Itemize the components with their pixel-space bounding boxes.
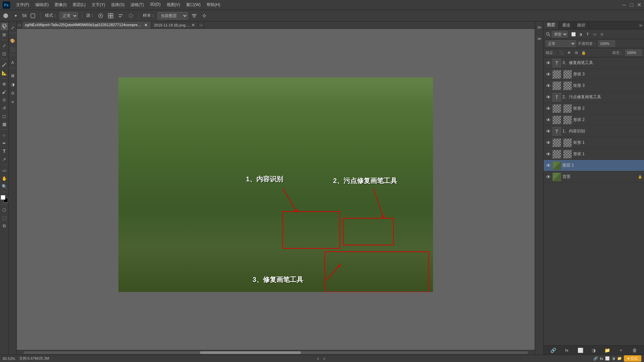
menu-filter[interactable]: 滤镜(T) (128, 1, 146, 9)
layer-visibility-toggle[interactable]: 👁 (546, 72, 551, 77)
layer-visibility-toggle[interactable]: 👁 (546, 95, 551, 100)
measure-tool[interactable]: 📐 (1, 69, 8, 76)
sample-all-layers-icon[interactable] (191, 12, 198, 19)
stamp-tool[interactable]: ⎘ (1, 96, 8, 104)
source-pattern-icon[interactable] (107, 12, 114, 19)
quick-mask-mode[interactable]: ⬡ (1, 206, 8, 214)
menu-file[interactable]: 文件(F) (13, 1, 32, 9)
add-group-button[interactable]: 📁 (604, 347, 610, 353)
brush-options-icon[interactable]: ▾ (12, 12, 19, 19)
history-brush-tool[interactable]: ↺ (1, 104, 8, 112)
blend-mode-select[interactable]: 正常 (546, 40, 576, 47)
filter-shape-icon[interactable]: ▭ (592, 31, 598, 37)
content-aware-move-icon[interactable] (201, 12, 208, 19)
mask-icon[interactable]: ⬜ (605, 356, 610, 361)
tab-paths[interactable]: 路径 (574, 21, 589, 29)
properties-panel-icon[interactable]: ≡ (9, 98, 16, 106)
nav-next-icon[interactable]: > (323, 357, 325, 361)
screen-mode[interactable]: ⬚ (1, 214, 8, 222)
brush-angle-icon[interactable] (29, 12, 37, 19)
layer-visibility-toggle[interactable]: 👁 (546, 140, 551, 145)
lock-position-icon[interactable]: ✥ (566, 50, 572, 55)
canvas-content[interactable]: 1、内容识别 2、污点修复画笔工具 3、修复画笔工具 (118, 77, 433, 292)
pen-tool[interactable]: ✒ (1, 139, 8, 147)
layer-visibility-toggle[interactable]: 👁 (546, 163, 551, 168)
layer-item[interactable]: 👁 形状 1 (544, 148, 644, 160)
eraser-tool[interactable]: ◻ (1, 112, 8, 120)
crop-tool[interactable]: ⤢ (1, 42, 8, 49)
selection-tool[interactable]: ⊞ (1, 31, 8, 38)
layer-item[interactable]: 👁 矩形 2 (544, 103, 644, 114)
menu-3d[interactable]: 3D(D) (147, 1, 163, 9)
healing-brush-tool[interactable]: ⊕ (1, 80, 8, 87)
slice-tool[interactable]: ⊡ (1, 50, 8, 57)
hand-tool[interactable]: ✋ (1, 175, 8, 182)
eyedropper-tool[interactable] (1, 61, 8, 68)
gradient-tool[interactable]: ▦ (1, 120, 8, 128)
link-layers-button[interactable]: 🔗 (550, 347, 556, 353)
menu-image[interactable]: 图像(I) (52, 1, 69, 9)
lock-pixels-icon[interactable]: ⬛ (559, 50, 564, 55)
layer-item[interactable]: 👁 背景 🔒 (544, 171, 644, 183)
delete-layer-button[interactable]: 🗑 (632, 347, 638, 353)
add-mask-button[interactable]: ⬜ (577, 347, 583, 353)
canvas-scrollbar-horizontal[interactable] (17, 350, 535, 355)
menu-edit[interactable]: 编辑(E) (33, 1, 51, 9)
diffusion-icon[interactable] (127, 12, 135, 19)
yiyi-button[interactable]: ● 亿亿 (624, 355, 641, 362)
learn-panel-icon[interactable]: A (9, 59, 16, 66)
sample-select[interactable]: 当前图层 (158, 12, 188, 19)
add-style-button[interactable]: fx (564, 347, 570, 353)
panel-toggle-2[interactable]: ≫ (536, 35, 543, 42)
tab-channels[interactable]: 通道 (559, 21, 574, 29)
color-panel-icon[interactable]: 🎨 (9, 37, 16, 45)
path-select-tool[interactable]: ↗ (1, 156, 8, 163)
layer-type-filter[interactable]: 类型 (552, 31, 568, 38)
layer-visibility-toggle[interactable]: 👁 (546, 117, 551, 123)
scroll-thumb[interactable] (200, 351, 301, 354)
layer-item[interactable]: 👁 矩形 1 (544, 137, 644, 148)
menu-layer[interactable]: 图层(L) (70, 1, 89, 9)
filter-adjustment-icon[interactable]: ◑ (578, 31, 584, 37)
adjustments-panel-icon[interactable]: ◑ (9, 81, 16, 88)
layer-item[interactable]: 👁 T 2、污点修复画笔工具 (544, 92, 644, 103)
layer-visibility-toggle[interactable]: 👁 (546, 129, 551, 134)
layer-item[interactable]: 👁 形状 3 (544, 69, 644, 80)
layer-visibility-toggle[interactable]: 👁 (546, 152, 551, 157)
type-tool[interactable]: T (1, 147, 8, 155)
panel-collapse-button[interactable]: ≫ (637, 21, 644, 29)
shape-tool[interactable]: ▭ (1, 167, 8, 174)
move-tool[interactable]: ↖ (1, 23, 8, 30)
align-icon[interactable] (117, 12, 124, 19)
opacity-input[interactable] (598, 40, 615, 47)
menu-select[interactable]: 选择(S) (108, 1, 127, 9)
filter-smart-icon[interactable]: ⊙ (599, 31, 605, 37)
artboard-tool[interactable]: ⧉ (1, 222, 8, 230)
add-adjustment-button[interactable]: ◑ (591, 347, 597, 353)
layer-visibility-toggle[interactable]: 👁 (546, 106, 551, 111)
dodge-tool[interactable]: ○ (1, 131, 8, 139)
tool-preset-icon[interactable] (2, 12, 9, 19)
history-panel-icon[interactable]: ⊙ (9, 89, 16, 97)
layer-item[interactable]: 👁 T 3、修复画笔工具 (544, 57, 644, 69)
lock-artboard-icon[interactable]: ⊞ (574, 50, 579, 55)
layer-item[interactable]: 👁 T 1、内容识别 (544, 126, 644, 137)
layer-visibility-toggle[interactable]: 👁 (546, 60, 551, 66)
zoom-tool[interactable]: 🔍 (1, 183, 8, 190)
maximize-button[interactable]: □ (629, 3, 634, 7)
panel-toggle-1[interactable]: ≫ (536, 23, 543, 31)
menu-window[interactable]: 窗口(W) (183, 1, 203, 9)
fill-input[interactable] (625, 49, 642, 56)
close-button[interactable]: ✕ (637, 3, 641, 7)
layer-visibility-toggle[interactable]: 👁 (546, 174, 551, 180)
color-swatches[interactable] (1, 195, 8, 202)
adjustment-icon[interactable]: ◑ (612, 356, 615, 361)
layer-item[interactable]: 👁 形状 2 (544, 114, 644, 126)
nav-prev-icon[interactable]: < (317, 357, 319, 361)
new-layer-button[interactable]: ＋ (618, 347, 624, 353)
layer-visibility-toggle[interactable]: 👁 (546, 83, 551, 88)
lock-all-icon[interactable]: 🔒 (581, 50, 586, 55)
swatches-panel-icon[interactable]: ⬛ (9, 46, 16, 53)
layer-item-active[interactable]: 👁 图层 1 (544, 160, 644, 171)
minimize-button[interactable]: ─ (622, 3, 627, 7)
